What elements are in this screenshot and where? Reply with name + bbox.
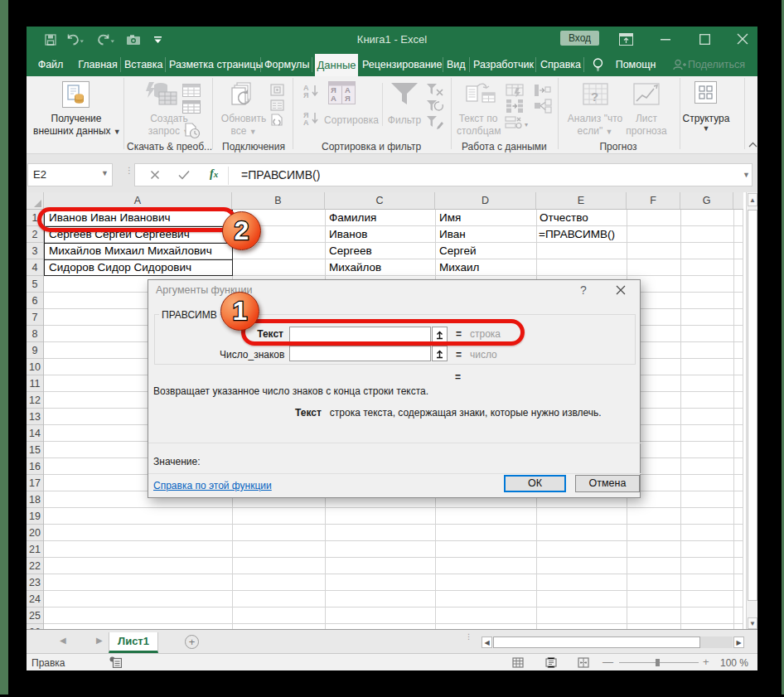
svg-text:Я: Я bbox=[345, 94, 351, 103]
svg-text:А: А bbox=[303, 119, 309, 126]
svg-text:?: ? bbox=[591, 90, 598, 104]
svg-text:А: А bbox=[331, 94, 336, 103]
svg-text:Я: Я bbox=[303, 91, 308, 99]
svg-text:▾: ▾ bbox=[525, 121, 528, 128]
